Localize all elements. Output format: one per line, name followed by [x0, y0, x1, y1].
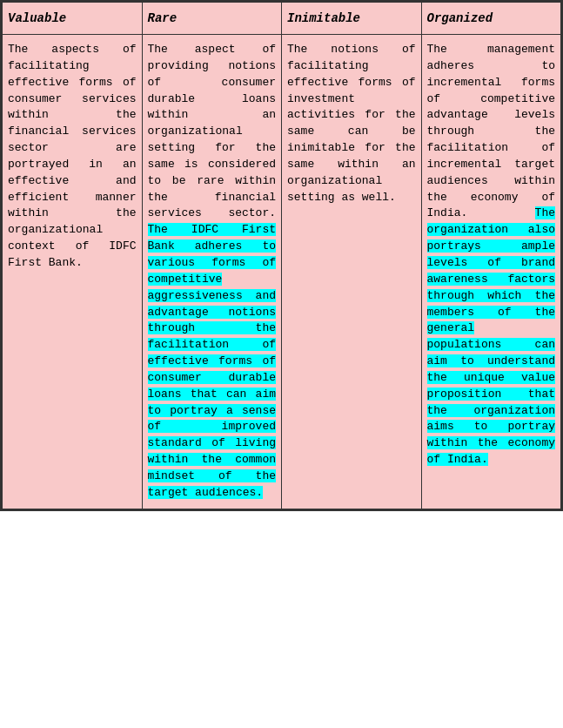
header-rare: Rare [142, 3, 282, 35]
cell-valuable: The aspects of facilitating effective fo… [3, 35, 143, 509]
cell-organized: The management adheres to incremental fo… [421, 35, 561, 509]
vrio-table: Valuable Rare Inimitable Organized The a… [2, 2, 561, 509]
main-table-container: Valuable Rare Inimitable Organized The a… [0, 0, 563, 511]
header-valuable: Valuable [3, 3, 143, 35]
organized-plain-text: The management adheres to incremental fo… [427, 43, 556, 219]
rare-highlighted-text: The IDFC First Bank adheres to various f… [148, 223, 277, 499]
header-organized: Organized [421, 3, 561, 35]
organized-highlighted-text: The organization also portrays ample lev… [427, 206, 556, 466]
valuable-text: The aspects of facilitating effective fo… [8, 43, 137, 269]
inimitable-text: The notions of facilitating effective fo… [287, 43, 416, 204]
table-row: The aspects of facilitating effective fo… [3, 35, 561, 509]
cell-rare: The aspect of providing notions of consu… [142, 35, 282, 509]
header-inimitable: Inimitable [282, 3, 422, 35]
rare-plain-text: The aspect of providing notions of consu… [148, 43, 277, 219]
cell-inimitable: The notions of facilitating effective fo… [282, 35, 422, 509]
